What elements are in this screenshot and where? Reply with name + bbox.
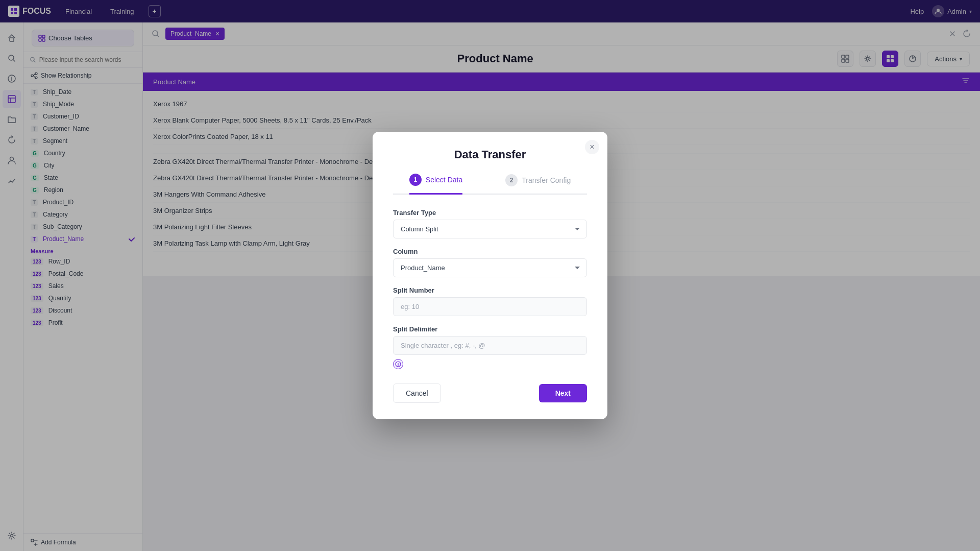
cancel-button[interactable]: Cancel (393, 384, 441, 403)
split-number-label: Split Number (393, 286, 587, 294)
modal-close-button[interactable]: × (585, 140, 599, 154)
transfer-type-label: Transfer Type (393, 209, 587, 217)
step-2-number: 2 (505, 174, 518, 186)
modal-footer: Cancel Next (393, 384, 587, 403)
split-number-input[interactable] (393, 297, 587, 316)
modal-title: Data Transfer (393, 148, 587, 161)
step-1-number: 1 (409, 174, 422, 186)
split-number-group: Split Number (393, 286, 587, 316)
step-transfer-config[interactable]: 2 Transfer Config (505, 174, 571, 194)
next-button[interactable]: Next (539, 384, 587, 402)
step-select-data[interactable]: 1 Select Data (409, 174, 462, 195)
column-label: Column (393, 248, 587, 255)
split-delimiter-input[interactable] (393, 336, 587, 355)
step-divider (469, 180, 499, 180)
column-group: Column Product_Name Customer_Name Catego… (393, 248, 587, 277)
split-delimiter-label: Split Delimiter (393, 325, 587, 333)
column-select[interactable]: Product_Name Customer_Name Category (393, 258, 587, 277)
transfer-type-select[interactable]: Column Split Row Split Merge (393, 220, 587, 238)
modal-overlay: × Data Transfer 1 Select Data 2 Transfer… (0, 0, 980, 551)
delimiter-info-icon[interactable] (393, 359, 403, 369)
transfer-type-group: Transfer Type Column Split Row Split Mer… (393, 209, 587, 238)
modal-steps: 1 Select Data 2 Transfer Config (393, 174, 587, 195)
data-transfer-modal: × Data Transfer 1 Select Data 2 Transfer… (373, 132, 607, 419)
step-1-label: Select Data (426, 176, 462, 184)
split-delimiter-group: Split Delimiter (393, 325, 587, 369)
step-2-label: Transfer Config (522, 176, 571, 184)
